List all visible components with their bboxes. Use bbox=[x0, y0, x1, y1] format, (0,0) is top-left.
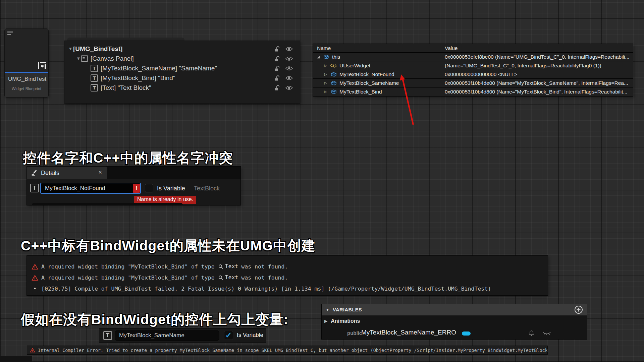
is-variable-checkbox-checked[interactable]: ✓ bbox=[224, 331, 233, 340]
is-variable-label: Is Variable bbox=[237, 332, 263, 339]
blueprint-grid-canvas: UMG_BindTest Widget Blueprint ▼ [UMG_Bin… bbox=[0, 0, 644, 362]
textblock-icon: T bbox=[91, 74, 98, 82]
text-type-link[interactable]: Text bbox=[225, 263, 238, 270]
lock-open-icon[interactable] bbox=[274, 65, 280, 72]
heading-is-variable-checked: 假如在没有BindWidget的控件上勾上变量: bbox=[21, 310, 288, 329]
watch-collapse-icon[interactable]: ▷ bbox=[324, 90, 330, 94]
lock-open-icon[interactable] bbox=[274, 55, 280, 62]
is-variable-label: Is Variable bbox=[157, 185, 185, 192]
lock-open-icon[interactable] bbox=[274, 75, 280, 81]
canvas-panel-icon bbox=[81, 55, 88, 62]
expand-arrow-icon[interactable]: ▼ bbox=[76, 56, 81, 61]
widget-hierarchy-panel: ▼ [UMG_BindTest] ▼ [Canvas Panel] bbox=[64, 41, 300, 103]
input-error-badge: ! bbox=[133, 184, 140, 193]
visibility-specifier: public bbox=[347, 330, 362, 336]
heading-bindwidget-not-created: C++中标有BindWidget的属性未在UMG中创建 bbox=[21, 237, 316, 255]
hierarchy-row-samename[interactable]: T [MyTextBlock_SameName] "SameName" bbox=[64, 63, 300, 73]
textblock-icon: T bbox=[30, 184, 39, 192]
visibility-eye-icon[interactable] bbox=[285, 85, 293, 90]
hierarchy-row-root[interactable]: ▼ [UMG_BindTest] bbox=[64, 44, 300, 54]
variable-row[interactable]: public MyTextBlock_SameName_ERRO bbox=[322, 327, 587, 339]
details-panel: Details × T ! Is Variable TextBlock Name… bbox=[27, 167, 240, 205]
compiler-error-text: Internal Compiler Error: Tried to create… bbox=[38, 348, 548, 353]
watch-row-this[interactable]: ◢ this 0x0000053efef8be00 (Name="UMG_Bin… bbox=[313, 53, 633, 61]
log-info-line: • [0250.75] Compile of UMG_BindTest fail… bbox=[32, 283, 548, 294]
text-lines-icon bbox=[7, 32, 13, 36]
hierarchy-row-text[interactable]: T [Text] "Text Block" bbox=[64, 83, 300, 93]
debug-watch-panel: Name Value ◢ this 0x0000053efef8be00 (Na… bbox=[313, 44, 633, 96]
hierarchy-row-bind[interactable]: T [MyTextBlock_Bind] "Bind" bbox=[64, 73, 300, 83]
textblock-icon: T bbox=[91, 65, 98, 72]
lock-open-icon[interactable] bbox=[274, 84, 280, 91]
details-tab-label: Details bbox=[41, 170, 59, 177]
object-cube-icon bbox=[330, 80, 337, 86]
textblock-icon: T bbox=[103, 331, 112, 340]
rename-variable-strip: T ✓ Is Variable bbox=[99, 328, 266, 343]
object-cube-icon bbox=[323, 54, 330, 60]
umg-widget-icon bbox=[38, 61, 46, 70]
log-warning-line: A required widget binding "MyTextBlock_B… bbox=[32, 261, 548, 272]
watch-collapse-icon[interactable]: ▷ bbox=[324, 72, 330, 76]
details-tab[interactable]: Details × bbox=[27, 167, 107, 179]
watch-row-uuserwidget[interactable]: ▷ UUserWidget (Name="UMG_BindTest_C"_0, … bbox=[313, 61, 633, 70]
widget-type-label: TextBlock bbox=[194, 185, 220, 192]
compiler-error-bar: Internal Compiler Error: Tried to create… bbox=[27, 346, 548, 355]
watch-row-samename[interactable]: ▷ MyTextBlock_SameName 0x0000053f10b4de0… bbox=[313, 79, 633, 87]
text-type-link[interactable]: Text bbox=[225, 274, 238, 281]
warning-triangle-icon bbox=[32, 264, 38, 270]
watch-name-header[interactable]: Name bbox=[313, 44, 442, 52]
asset-name: UMG_BindTest bbox=[5, 73, 48, 82]
expand-arrow-icon[interactable]: ▶ bbox=[324, 319, 327, 323]
variable-name: MyTextBlock_SameName_ERRO bbox=[361, 329, 456, 336]
variables-header[interactable]: ▼ VARIABLES bbox=[322, 304, 587, 315]
warning-triangle-icon bbox=[32, 275, 38, 281]
asset-thumbnail bbox=[5, 29, 48, 72]
bottom-left-panel-edge bbox=[0, 356, 32, 362]
object-cube-icon bbox=[330, 89, 337, 95]
watch-row-bind[interactable]: ▷ MyTextBlock_Bind 0x0000053f10b4d800 (N… bbox=[313, 87, 633, 96]
widget-name-input[interactable] bbox=[40, 183, 141, 194]
expand-arrow-icon[interactable]: ▼ bbox=[68, 46, 73, 51]
variables-title: VARIABLES bbox=[333, 307, 362, 312]
visibility-eye-icon[interactable] bbox=[285, 66, 293, 71]
compile-log-panel: A required widget binding "MyTextBlock_B… bbox=[27, 256, 548, 295]
watch-collapse-icon[interactable]: ▷ bbox=[324, 81, 330, 85]
search-icon bbox=[218, 264, 223, 269]
asset-type-label: Widget Blueprint bbox=[5, 86, 48, 91]
collapse-arrow-icon[interactable]: ▼ bbox=[326, 308, 329, 312]
watch-row-notfound[interactable]: ▷ MyTextBlock_NotFound 0x000000000000000… bbox=[313, 70, 633, 79]
add-variable-button[interactable] bbox=[574, 305, 583, 314]
bell-icon[interactable] bbox=[528, 330, 535, 336]
variables-panel: ▼ VARIABLES ▶ Animations public MyTextBl… bbox=[322, 304, 587, 339]
watch-collapse-icon[interactable]: ▷ bbox=[324, 64, 330, 67]
textblock-icon: T bbox=[91, 84, 98, 92]
asset-card-umg-bindtest[interactable]: UMG_BindTest Widget Blueprint bbox=[5, 29, 48, 97]
heading-name-conflict: 控件名字和C++中的属性名字冲突 bbox=[23, 149, 233, 167]
visibility-eye-icon[interactable] bbox=[285, 56, 293, 61]
pencil-icon bbox=[31, 170, 38, 176]
close-icon[interactable]: × bbox=[98, 169, 102, 176]
watch-expand-icon[interactable]: ◢ bbox=[317, 55, 323, 59]
object-cube-icon bbox=[330, 72, 337, 77]
eye-closed-icon[interactable] bbox=[542, 331, 551, 336]
log-warning-line: A required widget binding "MyTextBlock_B… bbox=[32, 272, 548, 283]
hierarchy-row-canvas-panel[interactable]: ▼ [Canvas Panel] bbox=[64, 54, 300, 63]
visibility-eye-icon[interactable] bbox=[285, 76, 293, 80]
variable-type-pill bbox=[462, 331, 471, 336]
bullet-icon: • bbox=[32, 286, 38, 292]
visibility-eye-icon[interactable] bbox=[285, 47, 293, 51]
class-chain-icon bbox=[330, 63, 337, 68]
watch-value-header[interactable]: Value bbox=[442, 44, 633, 52]
next-section-hint bbox=[32, 203, 183, 205]
animations-category-row[interactable]: ▶ Animations bbox=[324, 318, 360, 324]
watch-header-row: Name Value bbox=[313, 44, 633, 53]
search-icon bbox=[218, 275, 223, 280]
warning-triangle-icon bbox=[30, 348, 35, 353]
lock-open-icon[interactable] bbox=[274, 46, 280, 52]
widget-name-input[interactable] bbox=[115, 330, 219, 341]
is-variable-checkbox[interactable] bbox=[145, 184, 153, 192]
